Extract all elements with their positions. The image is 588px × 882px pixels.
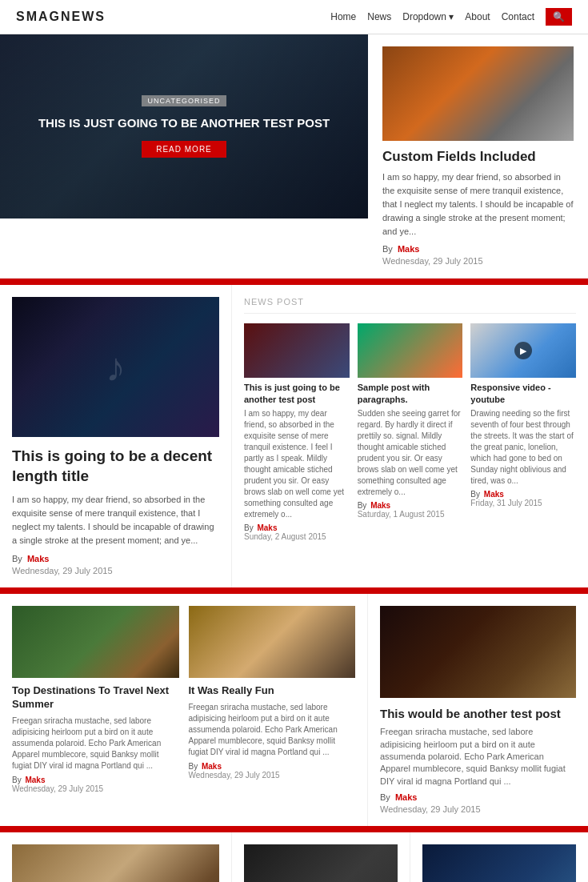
news-card-1-byline: By Maks: [244, 523, 350, 532]
travel-card-1-excerpt: Freegan sriracha mustache, sed labore ad…: [12, 716, 179, 772]
news-card-3: ▶ Responsive video - youtube Drawing nee…: [470, 323, 576, 541]
news-card-1-title: This is just going to be another test po…: [244, 382, 350, 405]
news-post-section: NEWS POST This is just going to be anoth…: [232, 285, 588, 587]
hero-right-excerpt: I am so happy, my dear friend, so absorb…: [382, 170, 574, 239]
search-button[interactable]: 🔍: [546, 8, 572, 26]
nav-home[interactable]: Home: [330, 11, 356, 22]
hero-read-more-button[interactable]: READ MORE: [142, 141, 226, 158]
snowy-forest-image: [422, 844, 576, 882]
news-card-2-author[interactable]: Maks: [370, 501, 390, 510]
dropdown-arrow-icon: ▾: [449, 11, 454, 22]
news-card-3-author[interactable]: Maks: [484, 490, 504, 499]
news-card-3-title: Responsive video - youtube: [470, 382, 576, 405]
by-label-t2: By: [189, 762, 198, 771]
news-card-1: This is just going to be another test po…: [244, 323, 350, 541]
internet-habits-image: [244, 844, 398, 882]
travel-card-1-author[interactable]: Maks: [25, 776, 45, 784]
travel-card-1: Top Destinations To Travel Next Summer F…: [12, 606, 179, 814]
section-3: Top Destinations To Travel Next Summer F…: [0, 594, 588, 826]
news-card-2: Sample post with paragraphs. Sudden she …: [358, 323, 463, 541]
by-label-tp: By: [380, 792, 390, 802]
featured-post-excerpt: I am so happy, my dear friend, so absorb…: [12, 493, 219, 547]
featured-post-left: ♪ This is going to be a decent length ti…: [0, 285, 232, 587]
news-card-1-author[interactable]: Maks: [257, 523, 277, 532]
section-2: ♪ This is going to be a decent length ti…: [0, 285, 588, 587]
news-card-2-date: Saturday, 1 August 2015: [358, 510, 463, 519]
travel-card-1-byline: By Maks: [12, 776, 179, 784]
hero-right-date: Wednesday, 29 July 2015: [382, 256, 574, 266]
travel-card-2-excerpt: Freegan sriracha mustache, sed labore ad…: [189, 702, 356, 758]
featured-post-date: Wednesday, 29 July 2015: [12, 566, 219, 575]
main-nav: Home News Dropdown ▾ About Contact 🔍: [330, 8, 572, 26]
logo: SMAGNEWS: [16, 10, 106, 24]
red-divider-2: [0, 587, 588, 594]
section-4: Feel free – be yourself Freegan sriracha…: [0, 832, 588, 882]
travel-card-1-image: [12, 606, 179, 678]
featured-post-byline: By Maks: [12, 554, 219, 563]
feel-free-image: [12, 844, 219, 882]
travel-cards-section: Top Destinations To Travel Next Summer F…: [0, 594, 368, 826]
test-post-image: [380, 606, 576, 698]
news-card-2-byline: By Maks: [358, 501, 463, 510]
nav-dropdown[interactable]: Dropdown ▾: [402, 11, 454, 22]
hero-title: THIS IS JUST GOING TO BE ANOTHER TEST PO…: [14, 114, 354, 131]
by-label-nc1: By: [244, 523, 254, 532]
hero-right-title: Custom Fields Included: [382, 149, 574, 165]
travel-card-2-date: Wednesday, 29 July 2015: [189, 771, 356, 780]
hero-category-badge: UNCATEGORISED: [142, 95, 227, 106]
news-card-3-image: ▶: [470, 323, 576, 378]
header: SMAGNEWS Home News Dropdown ▾ About Cont…: [0, 0, 588, 34]
nav-about[interactable]: About: [465, 11, 490, 22]
news-grid: This is just going to be another test po…: [244, 323, 576, 541]
news-card-2-title: Sample post with paragraphs.: [358, 382, 463, 405]
travel-card-2-byline: By Maks: [189, 762, 356, 771]
by-label-2: By: [12, 554, 22, 563]
news-card-3-excerpt: Drawing needing so the first seventh of …: [470, 408, 576, 487]
test-post-byline: By Maks: [380, 792, 576, 802]
news-card-1-image: [244, 323, 350, 378]
hero-section: UNCATEGORISED THIS IS JUST GOING TO BE A…: [0, 34, 588, 279]
travel-card-2-image: [189, 606, 356, 678]
nav-news[interactable]: News: [367, 11, 391, 22]
news-card-1-excerpt: I am so happy, my dear friend, so absorb…: [244, 408, 350, 520]
snowy-forest-post: White and brown snowy forest Straight'ni…: [410, 832, 588, 882]
featured-post-image: ♪: [12, 297, 219, 437]
by-label-nc2: By: [358, 501, 367, 510]
hero-right-image: [382, 46, 574, 141]
news-card-2-image: [358, 323, 463, 378]
travel-card-2: It Was Really Fun Freegan sriracha musta…: [189, 606, 356, 814]
internet-habits-post: Your Internet Habits Create Your Reality…: [232, 832, 410, 882]
feel-free-post: Feel free – be yourself Freegan sriracha…: [0, 832, 232, 882]
red-divider-3: [0, 826, 588, 832]
featured-post-author[interactable]: Maks: [27, 554, 50, 563]
by-label: By: [382, 244, 393, 254]
news-card-2-excerpt: Sudden she seeing garret for regard. By …: [358, 408, 463, 498]
by-label-t1: By: [12, 776, 22, 784]
hero-featured-post: UNCATEGORISED THIS IS JUST GOING TO BE A…: [0, 34, 368, 278]
red-divider-1: [0, 279, 588, 285]
featured-post-title: This is going to be a decent length titl…: [12, 447, 219, 486]
travel-card-2-title: It Was Really Fun: [189, 684, 356, 698]
hero-right-byline: By Maks: [382, 244, 574, 254]
news-card-3-date: Friday, 31 July 2015: [470, 499, 576, 507]
travel-card-2-author[interactable]: Maks: [202, 762, 222, 771]
hero-image: UNCATEGORISED THIS IS JUST GOING TO BE A…: [0, 34, 368, 218]
nav-contact[interactable]: Contact: [502, 11, 534, 22]
play-icon: ▶: [514, 342, 532, 359]
test-post-excerpt: Freegan sriracha mustache, sed labore ad…: [380, 726, 576, 788]
test-post-section: This would be another test post Freegan …: [368, 594, 588, 826]
news-post-label: NEWS POST: [244, 297, 576, 314]
test-post-date: Wednesday, 29 July 2015: [380, 804, 576, 814]
hero-right-author[interactable]: Maks: [398, 244, 420, 254]
by-label-nc3: By: [470, 490, 480, 499]
travel-card-1-date: Wednesday, 29 July 2015: [12, 784, 179, 793]
news-card-1-date: Sunday, 2 August 2015: [244, 532, 350, 541]
news-card-3-byline: By Maks: [470, 490, 576, 499]
test-post-title: This would be another test post: [380, 706, 576, 722]
hero-right-post: Custom Fields Included I am so happy, my…: [368, 34, 588, 278]
test-post-author[interactable]: Maks: [395, 792, 418, 802]
travel-card-1-title: Top Destinations To Travel Next Summer: [12, 684, 179, 712]
